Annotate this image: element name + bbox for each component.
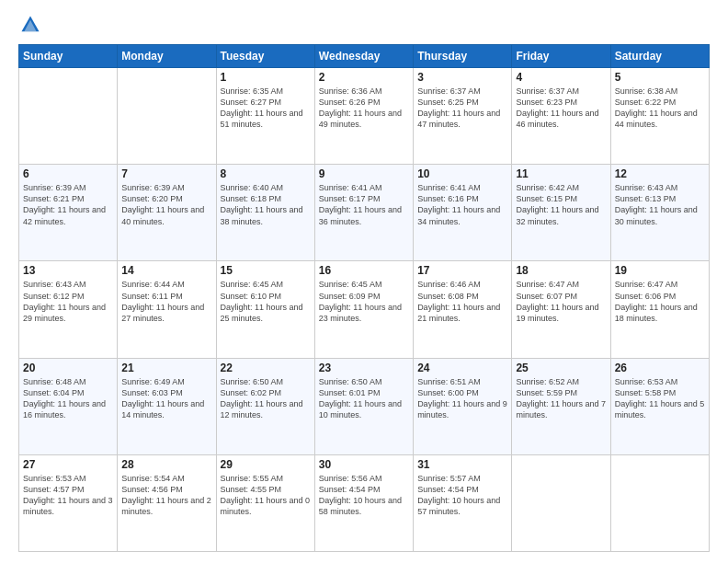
calendar-table: SundayMondayTuesdayWednesdayThursdayFrid… xyxy=(18,44,710,552)
day-number: 30 xyxy=(319,458,409,471)
day-info: Sunrise: 6:42 AMSunset: 6:15 PMDaylight:… xyxy=(516,182,606,227)
calendar-cell: 11Sunrise: 6:42 AMSunset: 6:15 PMDayligh… xyxy=(512,165,610,261)
day-info: Sunrise: 5:54 AMSunset: 4:56 PMDaylight:… xyxy=(121,473,211,518)
calendar-cell: 12Sunrise: 6:43 AMSunset: 6:13 PMDayligh… xyxy=(610,165,709,261)
day-info: Sunrise: 6:44 AMSunset: 6:11 PMDaylight:… xyxy=(121,279,211,324)
day-number: 4 xyxy=(516,71,606,84)
day-number: 22 xyxy=(221,362,311,374)
day-number: 2 xyxy=(319,71,409,84)
day-number: 13 xyxy=(23,264,113,277)
day-number: 31 xyxy=(417,458,507,471)
calendar-cell: 17Sunrise: 6:46 AMSunset: 6:08 PMDayligh… xyxy=(414,261,512,358)
day-info: Sunrise: 5:55 AMSunset: 4:55 PMDaylight:… xyxy=(221,473,311,518)
day-number: 9 xyxy=(319,167,409,180)
day-info: Sunrise: 6:49 AMSunset: 6:03 PMDaylight:… xyxy=(121,376,211,421)
calendar-cell: 24Sunrise: 6:51 AMSunset: 6:00 PMDayligh… xyxy=(414,358,512,454)
day-info: Sunrise: 5:57 AMSunset: 4:54 PMDaylight:… xyxy=(417,473,507,518)
calendar-cell: 5Sunrise: 6:38 AMSunset: 6:22 PMDaylight… xyxy=(610,68,709,165)
calendar-cell: 7Sunrise: 6:39 AMSunset: 6:20 PMDaylight… xyxy=(118,165,216,261)
calendar-cell: 1Sunrise: 6:35 AMSunset: 6:27 PMDaylight… xyxy=(216,68,314,165)
day-number: 25 xyxy=(516,362,606,374)
day-info: Sunrise: 6:43 AMSunset: 6:13 PMDaylight:… xyxy=(615,182,705,227)
day-number: 10 xyxy=(417,167,507,180)
day-info: Sunrise: 6:40 AMSunset: 6:18 PMDaylight:… xyxy=(221,182,311,227)
logo-icon xyxy=(20,15,40,35)
day-info: Sunrise: 6:47 AMSunset: 6:07 PMDaylight:… xyxy=(516,279,606,324)
calendar-week-row: 20Sunrise: 6:48 AMSunset: 6:04 PMDayligh… xyxy=(19,358,710,454)
calendar-cell: 22Sunrise: 6:50 AMSunset: 6:02 PMDayligh… xyxy=(216,358,314,454)
calendar-cell: 15Sunrise: 6:45 AMSunset: 6:10 PMDayligh… xyxy=(216,261,314,358)
day-number: 14 xyxy=(121,264,211,277)
calendar-cell: 27Sunrise: 5:53 AMSunset: 4:57 PMDayligh… xyxy=(19,454,118,551)
day-number: 5 xyxy=(615,71,705,84)
calendar-cell: 6Sunrise: 6:39 AMSunset: 6:21 PMDaylight… xyxy=(19,165,118,261)
day-number: 17 xyxy=(417,264,507,277)
day-info: Sunrise: 6:35 AMSunset: 6:27 PMDaylight:… xyxy=(221,86,311,131)
calendar-cell: 23Sunrise: 6:50 AMSunset: 6:01 PMDayligh… xyxy=(314,358,413,454)
calendar-cell: 31Sunrise: 5:57 AMSunset: 4:54 PMDayligh… xyxy=(414,454,512,551)
calendar-cell: 25Sunrise: 6:52 AMSunset: 5:59 PMDayligh… xyxy=(512,358,610,454)
day-number: 16 xyxy=(319,264,409,277)
calendar-cell: 2Sunrise: 6:36 AMSunset: 6:26 PMDaylight… xyxy=(314,68,413,165)
day-info: Sunrise: 6:53 AMSunset: 5:58 PMDaylight:… xyxy=(615,376,705,421)
calendar-cell: 3Sunrise: 6:37 AMSunset: 6:25 PMDaylight… xyxy=(414,68,512,165)
calendar-day-header: Tuesday xyxy=(216,45,314,68)
calendar-day-header: Sunday xyxy=(19,45,118,68)
calendar-cell xyxy=(19,68,118,165)
calendar-week-row: 1Sunrise: 6:35 AMSunset: 6:27 PMDaylight… xyxy=(19,68,710,165)
calendar-cell: 29Sunrise: 5:55 AMSunset: 4:55 PMDayligh… xyxy=(216,454,314,551)
calendar-day-header: Saturday xyxy=(610,45,709,68)
calendar-day-header: Thursday xyxy=(414,45,512,68)
day-number: 8 xyxy=(221,167,311,180)
day-number: 19 xyxy=(615,264,705,277)
day-info: Sunrise: 6:37 AMSunset: 6:23 PMDaylight:… xyxy=(516,86,606,131)
calendar-day-header: Monday xyxy=(118,45,216,68)
day-number: 29 xyxy=(221,458,311,471)
calendar-page: SundayMondayTuesdayWednesdayThursdayFrid… xyxy=(0,0,728,563)
day-info: Sunrise: 6:39 AMSunset: 6:20 PMDaylight:… xyxy=(121,182,211,227)
logo xyxy=(18,15,40,35)
day-info: Sunrise: 6:48 AMSunset: 6:04 PMDaylight:… xyxy=(23,376,113,421)
day-info: Sunrise: 6:47 AMSunset: 6:06 PMDaylight:… xyxy=(615,279,705,324)
day-number: 26 xyxy=(615,362,705,374)
day-info: Sunrise: 6:38 AMSunset: 6:22 PMDaylight:… xyxy=(615,86,705,131)
day-number: 18 xyxy=(516,264,606,277)
day-info: Sunrise: 5:53 AMSunset: 4:57 PMDaylight:… xyxy=(23,473,113,518)
calendar-cell: 19Sunrise: 6:47 AMSunset: 6:06 PMDayligh… xyxy=(610,261,709,358)
calendar-day-header: Friday xyxy=(512,45,610,68)
calendar-header-row: SundayMondayTuesdayWednesdayThursdayFrid… xyxy=(19,45,710,68)
calendar-week-row: 6Sunrise: 6:39 AMSunset: 6:21 PMDaylight… xyxy=(19,165,710,261)
calendar-cell: 8Sunrise: 6:40 AMSunset: 6:18 PMDaylight… xyxy=(216,165,314,261)
calendar-cell xyxy=(610,454,709,551)
calendar-cell: 28Sunrise: 5:54 AMSunset: 4:56 PMDayligh… xyxy=(118,454,216,551)
day-number: 3 xyxy=(417,71,507,84)
calendar-cell: 26Sunrise: 6:53 AMSunset: 5:58 PMDayligh… xyxy=(610,358,709,454)
day-info: Sunrise: 6:50 AMSunset: 6:02 PMDaylight:… xyxy=(221,376,311,421)
day-number: 1 xyxy=(221,71,311,84)
calendar-cell: 14Sunrise: 6:44 AMSunset: 6:11 PMDayligh… xyxy=(118,261,216,358)
day-info: Sunrise: 6:41 AMSunset: 6:16 PMDaylight:… xyxy=(417,182,507,227)
calendar-cell xyxy=(512,454,610,551)
day-info: Sunrise: 6:45 AMSunset: 6:09 PMDaylight:… xyxy=(319,279,409,324)
day-number: 23 xyxy=(319,362,409,374)
day-number: 27 xyxy=(23,458,113,471)
calendar-week-row: 13Sunrise: 6:43 AMSunset: 6:12 PMDayligh… xyxy=(19,261,710,358)
day-number: 7 xyxy=(121,167,211,180)
calendar-cell: 18Sunrise: 6:47 AMSunset: 6:07 PMDayligh… xyxy=(512,261,610,358)
day-number: 12 xyxy=(615,167,705,180)
header xyxy=(18,15,710,35)
day-info: Sunrise: 6:46 AMSunset: 6:08 PMDaylight:… xyxy=(417,279,507,324)
calendar-cell: 9Sunrise: 6:41 AMSunset: 6:17 PMDaylight… xyxy=(314,165,413,261)
day-number: 24 xyxy=(417,362,507,374)
day-number: 6 xyxy=(23,167,113,180)
day-info: Sunrise: 6:51 AMSunset: 6:00 PMDaylight:… xyxy=(417,376,507,421)
calendar-day-header: Wednesday xyxy=(314,45,413,68)
day-info: Sunrise: 6:52 AMSunset: 5:59 PMDaylight:… xyxy=(516,376,606,421)
day-info: Sunrise: 6:37 AMSunset: 6:25 PMDaylight:… xyxy=(417,86,507,131)
calendar-cell: 16Sunrise: 6:45 AMSunset: 6:09 PMDayligh… xyxy=(314,261,413,358)
day-number: 28 xyxy=(121,458,211,471)
day-info: Sunrise: 6:50 AMSunset: 6:01 PMDaylight:… xyxy=(319,376,409,421)
calendar-cell: 21Sunrise: 6:49 AMSunset: 6:03 PMDayligh… xyxy=(118,358,216,454)
day-info: Sunrise: 6:45 AMSunset: 6:10 PMDaylight:… xyxy=(221,279,311,324)
day-info: Sunrise: 6:43 AMSunset: 6:12 PMDaylight:… xyxy=(23,279,113,324)
